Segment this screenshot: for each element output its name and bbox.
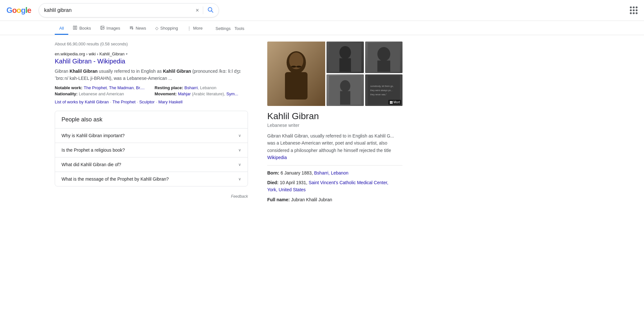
result-url: en.wikipedia.org › wiki › Kahlil_Gibran … bbox=[55, 52, 248, 56]
svg-point-11 bbox=[291, 66, 296, 68]
images-icon bbox=[100, 25, 105, 31]
kp-more-overlay[interactable]: Mort bbox=[388, 100, 401, 105]
tab-more-label: More bbox=[193, 26, 203, 31]
google-logo: Google bbox=[6, 6, 32, 15]
paa-item-3[interactable]: What did Kahlil Gibran die of? ∨ bbox=[55, 157, 248, 172]
tab-all[interactable]: All bbox=[55, 23, 68, 35]
result-info-table: Notable work: The Prophet, The Madman, B… bbox=[55, 85, 248, 96]
more-dots-icon: ⋮ bbox=[187, 26, 191, 31]
books-icon bbox=[73, 25, 77, 31]
paa-item-1[interactable]: Why is Kahlil Gibran important? ∨ bbox=[55, 128, 248, 143]
kp-hospital-link[interactable]: Saint Vincent's Catholic Medical Center,… bbox=[267, 180, 388, 192]
svg-point-14 bbox=[339, 46, 351, 59]
paa-question-1: Why is Kahlil Gibran important? bbox=[62, 133, 125, 138]
shopping-icon: ◇ bbox=[155, 26, 158, 31]
works-link[interactable]: List of works by Kahlil Gibran bbox=[55, 99, 109, 104]
tools-link[interactable]: Tools bbox=[232, 23, 246, 34]
svg-point-17 bbox=[377, 47, 390, 61]
search-result-1: en.wikipedia.org › wiki › Kahlil_Gibran … bbox=[55, 52, 248, 104]
svg-point-12 bbox=[296, 66, 301, 68]
kp-side-image-3[interactable] bbox=[327, 74, 364, 106]
quick-links: List of works by Kahlil Gibran · The Pro… bbox=[55, 99, 248, 104]
kp-description: Gibran Khalil Gibran, usually referred t… bbox=[267, 132, 402, 161]
paa-item-4[interactable]: What is the message of the Prophet by Ka… bbox=[55, 172, 248, 186]
result-dropdown-arrow[interactable]: ▾ bbox=[126, 52, 128, 56]
svg-rect-26 bbox=[390, 101, 391, 102]
nationality-value: Lebanese and American bbox=[79, 91, 124, 96]
kp-side-image-1[interactable] bbox=[327, 42, 364, 73]
svg-rect-29 bbox=[392, 102, 393, 103]
paa-chevron-4: ∨ bbox=[238, 177, 241, 181]
tab-shopping[interactable]: ◇ Shopping bbox=[151, 23, 183, 35]
kp-wikipedia-link[interactable]: Wikipedia bbox=[267, 155, 287, 160]
kp-fullname-label: Full name: bbox=[267, 197, 290, 202]
search-divider bbox=[203, 6, 203, 14]
nationality-label: Nationality: bbox=[55, 91, 78, 96]
kp-images-grid: somebody, let them go,they were always y… bbox=[267, 42, 402, 106]
sym-link[interactable]: Sym... bbox=[226, 91, 238, 96]
kp-side-image-2[interactable] bbox=[365, 42, 402, 73]
svg-rect-15 bbox=[339, 58, 351, 72]
paa-item-2[interactable]: Is the Prophet a religious book? ∨ bbox=[55, 143, 248, 157]
svg-text:somebody, let them go,: somebody, let them go, bbox=[370, 85, 393, 88]
svg-rect-27 bbox=[392, 101, 393, 102]
knowledge-panel: somebody, let them go,they were always y… bbox=[267, 42, 402, 206]
main-content: About 66,90,000 results (0.58 seconds) e… bbox=[0, 35, 644, 206]
search-input[interactable] bbox=[44, 7, 195, 13]
sculptor-link[interactable]: Sculptor bbox=[139, 99, 155, 104]
paa-chevron-3: ∨ bbox=[238, 162, 241, 167]
left-column: About 66,90,000 results (0.58 seconds) e… bbox=[55, 42, 248, 206]
movement-row: Movement: Mahjar (Arabic literature), Sy… bbox=[155, 91, 248, 96]
news-icon bbox=[129, 25, 134, 31]
kp-name: Kahlil Gibran bbox=[267, 111, 402, 121]
kp-main-image[interactable] bbox=[267, 42, 325, 106]
paa-title: People also ask bbox=[55, 111, 248, 128]
svg-text:they never was.": they never was." bbox=[370, 93, 387, 96]
svg-text:they were always yo...: they were always yo... bbox=[370, 89, 393, 92]
kp-side-image-4[interactable]: somebody, let them go,they were always y… bbox=[365, 74, 402, 106]
sep1: · bbox=[110, 99, 111, 104]
tab-more[interactable]: ⋮ More bbox=[183, 23, 207, 35]
apps-icon[interactable] bbox=[630, 6, 638, 14]
tab-news-label: News bbox=[136, 26, 146, 31]
paa-chevron-1: ∨ bbox=[238, 133, 241, 138]
people-also-ask: People also ask Why is Kahlil Gibran imp… bbox=[55, 111, 248, 186]
resting-place-row: Resting place: Bsharri, Lebanon bbox=[155, 85, 248, 90]
svg-rect-21 bbox=[340, 91, 350, 105]
paa-chevron-2: ∨ bbox=[238, 148, 241, 152]
tab-shopping-label: Shopping bbox=[160, 26, 178, 31]
mahjar-link[interactable]: Mahjar bbox=[178, 91, 191, 96]
kp-fullname-fact: Full name: Jubran Khalil Jubran bbox=[267, 196, 402, 203]
movement-value: Mahjar (Arabic literature), Sym... bbox=[178, 91, 238, 96]
kp-bsharri-link[interactable]: Bsharri, Lebanon bbox=[314, 170, 349, 175]
kp-side-images: somebody, let them go,they were always y… bbox=[327, 42, 402, 106]
kp-born-label: Born: bbox=[267, 170, 279, 175]
paa-question-4: What is the message of the Prophet by Ka… bbox=[62, 176, 169, 182]
tab-books-label: Books bbox=[79, 26, 91, 31]
svg-line-1 bbox=[212, 11, 213, 12]
madman-link[interactable]: The Madman bbox=[109, 85, 134, 90]
feedback-label[interactable]: Feedback bbox=[55, 193, 248, 200]
tab-images[interactable]: Images bbox=[96, 22, 125, 35]
svg-rect-2 bbox=[73, 26, 75, 30]
search-icon[interactable] bbox=[207, 6, 213, 14]
more-label: Mort bbox=[393, 100, 400, 104]
nationality-row: Nationality: Lebanese and American bbox=[55, 91, 148, 96]
header: Google × bbox=[0, 0, 644, 21]
kp-died-label: Died: bbox=[267, 180, 279, 185]
tab-books[interactable]: Books bbox=[68, 22, 95, 35]
nav-tabs: All Books Images News ◇ Shopping ⋮ More … bbox=[0, 21, 644, 35]
clear-icon[interactable]: × bbox=[195, 7, 199, 14]
br-link[interactable]: Br.... bbox=[136, 85, 145, 90]
svg-rect-18 bbox=[377, 61, 390, 72]
mary-haskell-link[interactable]: Mary Haskell bbox=[158, 99, 183, 104]
settings-link[interactable]: Settings bbox=[213, 23, 232, 34]
result-title-link[interactable]: Kahlil Gibran - Wikipedia bbox=[55, 58, 125, 65]
search-bar[interactable]: × bbox=[39, 3, 219, 17]
tab-news[interactable]: News bbox=[125, 22, 151, 35]
bsharri-link[interactable]: Bsharri bbox=[185, 85, 198, 90]
prophet-link[interactable]: The Prophet bbox=[84, 85, 107, 90]
resting-place-label: Resting place: bbox=[155, 85, 183, 90]
paa-question-3: What did Kahlil Gibran die of? bbox=[62, 162, 121, 167]
prophet-ql-link[interactable]: The Prophet bbox=[112, 99, 136, 104]
